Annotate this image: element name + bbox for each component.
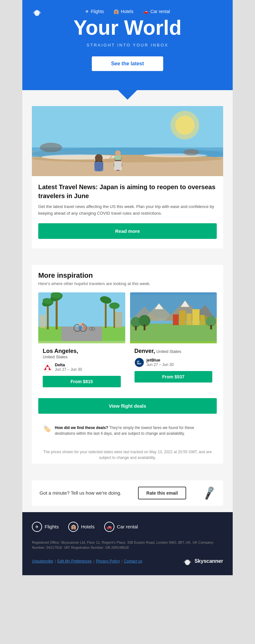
article-title: Latest Travel News: Japan is aiming to r… <box>38 182 217 200</box>
svg-point-34 <box>109 303 120 309</box>
svg-point-37 <box>79 323 82 326</box>
svg-rect-43 <box>115 312 122 328</box>
la-price-button[interactable]: From $815 <box>43 376 121 387</box>
deal-card-la: Los Angeles, United States De <box>38 292 125 392</box>
denver-country: United States <box>157 349 181 354</box>
inspiration-section: More inspiration Here's where other hope… <box>22 259 233 474</box>
svg-rect-61 <box>173 314 178 325</box>
svg-point-21 <box>40 143 62 152</box>
denver-airline-row: jetBlue jetBlue Jun 27 – Jun 30 <box>135 358 213 367</box>
rate-box: Got a minute? Tell us how we're doing. R… <box>32 480 223 506</box>
svg-point-11 <box>95 154 103 162</box>
footer-nav-hotels[interactable]: 🏨 Hotels <box>68 522 95 532</box>
denver-deal-info: Denver, United States jetBlue jetBlue Ju… <box>130 343 217 387</box>
denver-price-button[interactable]: From $537 <box>135 371 213 383</box>
article-section: Latest Travel News: Japan is aiming to r… <box>22 90 233 259</box>
svg-rect-15 <box>114 161 122 170</box>
view-deals-button[interactable]: View flight deals <box>38 398 217 414</box>
delta-logo <box>43 362 52 372</box>
deals-info-box: 🏷️ How did we find these deals? They're … <box>38 420 217 441</box>
la-image <box>38 292 125 343</box>
svg-rect-38 <box>79 326 82 330</box>
la-city: Los Angeles, <box>43 348 78 354</box>
page-title: Your World <box>32 17 223 39</box>
tag-icon: 🏷️ <box>43 425 51 433</box>
inspiration-card: More inspiration Here's where other hope… <box>32 265 223 464</box>
article-card: Latest Travel News: Japan is aiming to r… <box>32 106 223 248</box>
rate-text: Got a minute? Tell us how we're doing. <box>40 490 121 496</box>
denver-city: Denver, <box>135 348 155 354</box>
deals-info-text: How did we find these deals? They're sim… <box>55 425 212 436</box>
jetblue-logo: jetBlue <box>135 358 144 367</box>
footer-nav-flights[interactable]: ✈ Flights <box>32 522 59 532</box>
car-icon: 🚗 <box>143 9 149 14</box>
skyscanner-logo <box>32 6 42 17</box>
nav-hotels[interactable]: 🏨 Hotels <box>113 9 134 14</box>
microphone-icon: 🎤 <box>201 485 217 501</box>
svg-rect-55 <box>179 311 186 325</box>
hotel-icon: 🏨 <box>113 9 119 14</box>
svg-rect-17 <box>115 155 121 160</box>
svg-rect-63 <box>135 326 136 330</box>
deal-card-denver: Denver, United States jetBlue jetBlue Ju… <box>130 292 217 392</box>
denver-image <box>130 292 217 343</box>
footer-hotel-icon: 🏨 <box>68 522 78 532</box>
email-header: ✈ Flights 🏨 Hotels 🚗 Car rental Your Wor… <box>22 0 233 90</box>
svg-point-8 <box>41 154 118 160</box>
footer-legal: Registered Office: Skyscanner Ltd, Floor… <box>32 540 223 550</box>
denver-airline-info: jetBlue Jun 27 – Jun 30 <box>147 358 174 367</box>
svg-rect-57 <box>192 309 200 325</box>
rate-email-button[interactable]: Rate this email <box>138 487 186 499</box>
nav-flights[interactable]: ✈ Flights <box>85 9 104 14</box>
footer-nav-car[interactable]: 🚗 Car rental <box>104 522 138 532</box>
nav-car-rental[interactable]: 🚗 Car rental <box>143 9 170 14</box>
deals-grid: Los Angeles, United States De <box>38 292 217 392</box>
svg-point-20 <box>183 149 199 155</box>
footer-link-group: Unsubscribe | Edit My Preferences | Priv… <box>32 559 142 563</box>
article-content: Latest Travel News: Japan is aiming to r… <box>32 176 223 242</box>
svg-point-16 <box>115 150 121 156</box>
edit-preferences-link[interactable]: Edit My Preferences <box>57 559 92 563</box>
plane-icon: ✈ <box>85 9 89 14</box>
skyscanner-brand: Skyscanner <box>183 557 223 566</box>
svg-point-3 <box>175 116 194 135</box>
svg-rect-67 <box>210 325 212 330</box>
nav-items: ✈ Flights 🏨 Hotels 🚗 Car rental <box>42 9 213 14</box>
footer-links: Unsubscribe | Edit My Preferences | Priv… <box>32 557 223 566</box>
svg-rect-28 <box>56 297 58 329</box>
see-latest-button[interactable]: See the latest <box>92 56 163 71</box>
article-image <box>32 106 223 176</box>
svg-rect-45 <box>46 367 49 370</box>
svg-rect-56 <box>186 313 192 325</box>
footer-nav: ✈ Flights 🏨 Hotels 🚗 Car rental <box>32 522 223 532</box>
rate-section: Got a minute? Tell us how we're doing. R… <box>22 474 233 512</box>
la-airline-info: Delta Jun 27 – Jun 30 <box>55 362 82 372</box>
email-footer: ✈ Flights 🏨 Hotels 🚗 Car rental Register… <box>22 512 233 575</box>
privacy-policy-link[interactable]: Privacy Policy <box>96 559 120 563</box>
unsubscribe-link[interactable]: Unsubscribe <box>32 559 53 563</box>
svg-rect-65 <box>143 325 145 330</box>
article-description: Get the latest travel news affecting the… <box>38 204 217 217</box>
footer-plane-icon: ✈ <box>32 522 42 532</box>
la-country: United States <box>43 354 121 359</box>
footer-car-icon: 🚗 <box>104 522 114 532</box>
svg-rect-12 <box>94 162 103 171</box>
contact-us-link[interactable]: Contact us <box>124 559 142 563</box>
svg-rect-58 <box>200 315 205 325</box>
header-nav: ✈ Flights 🏨 Hotels 🚗 Car rental <box>32 6 223 17</box>
svg-rect-33 <box>113 306 115 328</box>
svg-rect-42 <box>40 315 46 328</box>
svg-point-66 <box>206 316 216 327</box>
price-notice: The prices shown for your selected dates… <box>38 446 217 464</box>
read-more-button[interactable]: Read more <box>38 223 217 239</box>
la-airline-row: Delta Jun 27 – Jun 30 <box>43 362 121 372</box>
svg-rect-25 <box>47 304 48 330</box>
header-subtitle: STRAIGHT INTO YOUR INBOX <box>32 43 223 47</box>
svg-rect-31 <box>105 300 106 328</box>
inspiration-subtitle: Here's where other hopeful travelers are… <box>38 281 217 286</box>
la-deal-info: Los Angeles, United States De <box>38 343 125 392</box>
inspiration-title: More inspiration <box>38 271 217 280</box>
